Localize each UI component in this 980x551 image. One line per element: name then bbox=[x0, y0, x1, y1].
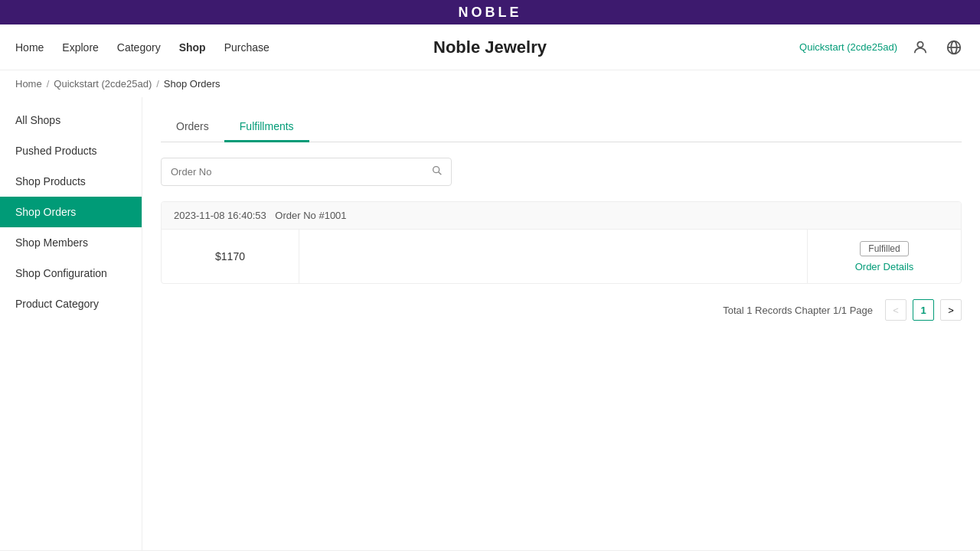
nav-bar: Home Explore Category Shop Purchase Nobl… bbox=[0, 24, 980, 70]
sidebar-item-all-shops[interactable]: All Shops bbox=[0, 105, 142, 135]
svg-line-5 bbox=[439, 172, 442, 175]
globe-icon[interactable] bbox=[943, 37, 965, 58]
order-card-body: $1170 Fulfilled Order Details bbox=[162, 230, 961, 283]
order-card: 2023-11-08 16:40:53 Order No #1001 $1170… bbox=[161, 201, 962, 284]
sidebar-item-shop-configuration[interactable]: Shop Configuration bbox=[0, 258, 142, 289]
pagination-page-1[interactable]: 1 bbox=[913, 299, 934, 321]
nav-category[interactable]: Category bbox=[117, 41, 161, 54]
order-number: Order No #1001 bbox=[275, 210, 346, 221]
logo: NOBLE bbox=[459, 5, 522, 21]
page-title: Noble Jewelry bbox=[433, 37, 547, 57]
top-bar: NOBLE bbox=[0, 0, 980, 24]
breadcrumb-quickstart[interactable]: Quickstart (2cde25ad) bbox=[54, 78, 152, 90]
breadcrumb-sep-2: / bbox=[156, 78, 159, 90]
breadcrumb-home[interactable]: Home bbox=[15, 78, 42, 90]
order-middle bbox=[299, 230, 808, 283]
svg-point-0 bbox=[917, 41, 923, 47]
nav-purchase[interactable]: Purchase bbox=[224, 41, 270, 54]
order-datetime: 2023-11-08 16:40:53 bbox=[174, 210, 266, 221]
nav-right: Quickstart (2cde25ad) bbox=[799, 37, 965, 58]
search-bar bbox=[161, 158, 452, 186]
breadcrumb-sep-1: / bbox=[47, 78, 50, 90]
nav-shop[interactable]: Shop bbox=[179, 41, 206, 54]
sidebar-item-shop-products[interactable]: Shop Products bbox=[0, 166, 142, 197]
tab-orders[interactable]: Orders bbox=[161, 112, 224, 142]
order-details-link[interactable]: Order Details bbox=[855, 261, 914, 272]
order-card-header: 2023-11-08 16:40:53 Order No #1001 bbox=[162, 202, 961, 230]
user-icon[interactable] bbox=[910, 37, 931, 58]
nav-home[interactable]: Home bbox=[15, 41, 44, 54]
svg-point-4 bbox=[433, 167, 439, 173]
pagination-info: Total 1 Records Chapter 1/1 Page bbox=[723, 305, 873, 316]
tab-fulfillments[interactable]: Fulfillments bbox=[224, 112, 309, 142]
breadcrumb-current: Shop Orders bbox=[164, 78, 220, 90]
sidebar-item-shop-members[interactable]: Shop Members bbox=[0, 227, 142, 258]
order-amount: $1170 bbox=[162, 230, 299, 283]
search-button[interactable] bbox=[423, 158, 451, 185]
pagination-prev[interactable]: < bbox=[885, 299, 906, 321]
order-actions: Fulfilled Order Details bbox=[808, 230, 961, 283]
sidebar-item-shop-orders[interactable]: Shop Orders bbox=[0, 197, 142, 227]
main-content: Orders Fulfillments 2023-11-08 16:40:53 … bbox=[142, 97, 980, 550]
pagination-next[interactable]: > bbox=[940, 299, 962, 321]
layout: All Shops Pushed Products Shop Products … bbox=[0, 97, 980, 550]
quickstart-label: Quickstart (2cde25ad) bbox=[799, 41, 897, 53]
sidebar-item-pushed-products[interactable]: Pushed Products bbox=[0, 135, 142, 166]
nav-explore[interactable]: Explore bbox=[62, 41, 98, 54]
nav-links: Home Explore Category Shop Purchase bbox=[15, 41, 270, 54]
status-badge: Fulfilled bbox=[860, 241, 908, 256]
tabs: Orders Fulfillments bbox=[161, 112, 962, 142]
pagination: Total 1 Records Chapter 1/1 Page < 1 > bbox=[161, 299, 962, 321]
sidebar-item-product-category[interactable]: Product Category bbox=[0, 289, 142, 319]
sidebar: All Shops Pushed Products Shop Products … bbox=[0, 97, 142, 550]
search-input[interactable] bbox=[162, 160, 423, 184]
breadcrumb: Home / Quickstart (2cde25ad) / Shop Orde… bbox=[0, 70, 980, 97]
